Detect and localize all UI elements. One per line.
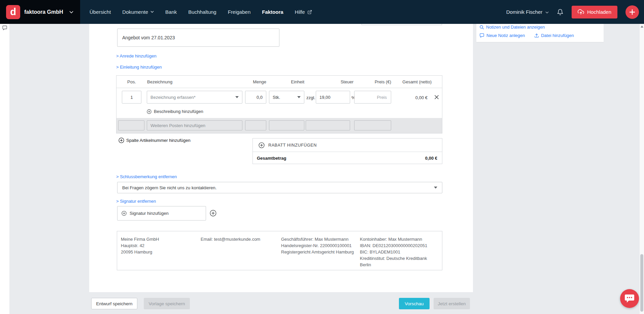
cloud-upload-icon [578, 9, 584, 15]
remove-signature-link[interactable]: > Signatur entfernen [116, 199, 156, 204]
header-pos: Pos. [122, 79, 141, 84]
plus-icon [629, 9, 636, 15]
add-salutation-link[interactable]: > Anrede hinzufügen [116, 53, 157, 58]
page-scrollbar[interactable] [640, 24, 644, 314]
document-footer-box: Meine Firma GmbH Hauptstr. 42 20095 Hamb… [117, 231, 442, 270]
faktoora-logo: d [6, 5, 20, 19]
upload-button[interactable]: Hochladen [572, 6, 617, 18]
table-row: Bezeichnung erfassen* Stk. zzgl. % 0,00 … [116, 88, 442, 118]
item-name-select[interactable]: Bezeichnung erfassen* [147, 91, 242, 104]
navbar-right: Dominik Fischer Hochladen [506, 5, 644, 19]
notes-panel-actions: Neue Notiz anlegen Datei hinzufügen [479, 33, 574, 38]
line-items-table: Pos. Bezeichnung Menge Einheit Steuer Pr… [116, 75, 442, 133]
caret-down-icon [235, 96, 239, 98]
footer-company-column: Meine Firma GmbH Hauptstr. 42 20095 Hamb… [121, 236, 159, 255]
save-template-button[interactable]: Vorlage speichern [144, 298, 190, 309]
table-header-row: Pos. Bezeichnung Menge Einheit Steuer Pr… [116, 76, 442, 88]
add-intro-link[interactable]: > Einleitung hinzufügen [116, 65, 162, 70]
tax-input[interactable] [316, 91, 350, 104]
save-draft-button[interactable]: Entwurf speichern [91, 298, 137, 309]
preview-button[interactable]: Vorschau [399, 298, 430, 309]
new-item-pos-field[interactable] [118, 120, 144, 130]
footer-line: Meine Firma GmbH [121, 236, 159, 242]
notifications-bell-icon[interactable] [557, 9, 564, 15]
closing-text-value: Bei Fragen zögern Sie nicht uns zu konta… [122, 185, 216, 190]
add-signature-label: Signatur hinzufügen [130, 211, 169, 216]
footer-line: Email: test@musterkunde.com [201, 236, 260, 242]
create-now-button[interactable]: Jetzt erstellen [434, 298, 470, 309]
item-name-placeholder: Bezeichnung erfassen* [150, 95, 196, 100]
add-file-link[interactable]: Datei hinzufügen [534, 33, 574, 38]
remove-closing-link[interactable]: > Schlussbemerkung entfernen [116, 174, 177, 179]
speech-bubble-icon [479, 33, 484, 38]
remove-row-icon[interactable] [434, 95, 439, 100]
unit-select[interactable]: Stk. [269, 91, 304, 104]
new-item-tax-field[interactable] [306, 120, 350, 130]
new-item-placeholder: Weiteren Posten hinzufügen [150, 123, 205, 128]
nav-buchhaltung[interactable]: Buchhaltung [188, 9, 216, 15]
nav-uebersicht[interactable]: Übersicht [90, 9, 111, 15]
header-unit: Einheit [269, 79, 304, 84]
price-input[interactable] [354, 91, 391, 104]
add-article-number-link[interactable]: Spalte Artikelnummer hinzufügen [118, 138, 191, 143]
chevron-down-icon [69, 11, 73, 13]
nav-dokumente[interactable]: Dokumente [122, 9, 154, 15]
upload-file-icon [534, 33, 539, 38]
add-description-link[interactable]: Beschreibung hinzufügen [147, 109, 203, 114]
footer-line: Hauptstr. 42 [121, 242, 159, 249]
chevron-down-icon [545, 9, 549, 15]
plus-circle-icon [259, 142, 265, 148]
support-chat-button[interactable] [620, 289, 639, 308]
plus-circle-icon [118, 138, 124, 143]
notes-files-panel: Notizen und Dateien anzeigen Neue Notiz … [476, 24, 604, 42]
company-switcher[interactable]: d faktoora GmbH [0, 0, 80, 24]
new-item-name-field[interactable]: Weiteren Posten hinzufügen [147, 120, 242, 130]
new-note-label: Neue Notiz anlegen [486, 33, 525, 38]
notes-bubble-icon[interactable] [2, 25, 7, 31]
external-link-icon [307, 10, 312, 14]
new-item-unit-field[interactable] [269, 120, 304, 130]
closing-text-select[interactable]: Bei Fragen zögern Sie nicht uns zu konta… [117, 182, 442, 193]
header-tax: Steuer [316, 79, 353, 84]
quantity-input[interactable] [245, 91, 266, 104]
nav-hilfe[interactable]: Hilfe [295, 9, 312, 15]
left-sidebar-strip [0, 24, 9, 314]
position-input[interactable] [122, 91, 141, 104]
footer-line: IBAN: DE02120300000000202051 [360, 242, 438, 249]
chat-bubble-icon [624, 294, 635, 303]
create-new-button[interactable] [625, 5, 639, 19]
nav-dokumente-label: Dokumente [122, 9, 148, 15]
footer-line: BIC: BYLADEM1001 [360, 249, 438, 255]
header-qty: Menge [245, 79, 266, 84]
scrollbar-thumb[interactable] [640, 254, 643, 312]
scroll-up-arrow-icon[interactable] [641, 26, 643, 28]
plus-circle-icon [147, 109, 151, 114]
show-notes-files-link[interactable]: Notizen und Dateien anzeigen [479, 25, 545, 30]
nav-bank[interactable]: Bank [165, 9, 177, 15]
add-signature-field-icon[interactable] [210, 210, 216, 217]
footer-legal-column: Geschäftsführer: Max Mustermann Handelsr… [281, 236, 354, 255]
row-total-value: 0,00 € [394, 95, 428, 100]
app-root: d faktoora GmbH Übersicht Dokumente Bank… [0, 0, 644, 314]
new-item-price-field[interactable] [354, 120, 391, 130]
add-discount-button[interactable]: RABATT HINZUFÜGEN [253, 139, 442, 152]
document-title-input[interactable] [117, 29, 279, 47]
discount-total-box: RABATT HINZUFÜGEN Gesamtbetrag 0,00 € [252, 138, 442, 164]
footer-email-column: Email: test@musterkunde.com [201, 236, 260, 242]
footer-line: Geschäftsführer: Max Mustermann [281, 236, 354, 242]
new-item-qty-field[interactable] [245, 120, 266, 130]
nav-freigaben[interactable]: Freigaben [228, 9, 251, 15]
top-navbar: d faktoora GmbH Übersicht Dokumente Bank… [0, 0, 644, 24]
main-nav: Übersicht Dokumente Bank Buchhaltung Fre… [90, 9, 312, 15]
footer-line: Handelsregister-Nr. 2200000100001 [281, 242, 354, 249]
add-file-label: Datei hinzufügen [541, 33, 574, 38]
new-note-link[interactable]: Neue Notiz anlegen [479, 33, 525, 38]
header-price: Preis (€) [354, 79, 391, 84]
add-signature-button[interactable]: Signatur hinzufügen [117, 206, 206, 221]
grand-total-value: 0,00 € [425, 156, 437, 161]
plus-circle-icon [122, 211, 127, 216]
user-menu[interactable]: Dominik Fischer [506, 9, 549, 15]
show-notes-files-label: Notizen und Dateien anzeigen [486, 25, 545, 30]
nav-faktoora[interactable]: Faktoora [262, 9, 283, 15]
footer-line: Registergericht Amtsgericht Hamburg [281, 249, 354, 255]
